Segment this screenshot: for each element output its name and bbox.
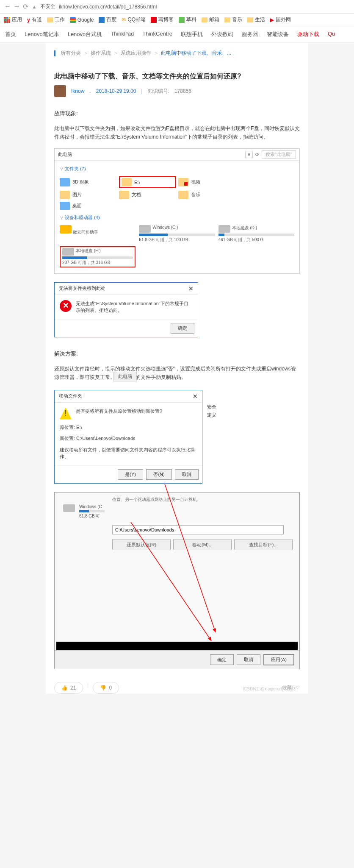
bookmark-bar: 应用 y有道 工作 Google 百度 ✉QQ邮箱 写博客 草料 邮箱 音乐 生…	[0, 14, 354, 26]
move-question: 是否要将所有文件从原位置移动到新位置?	[76, 408, 162, 420]
security-warning-icon: ▲	[32, 4, 37, 10]
tab-security[interactable]: 安全	[205, 403, 219, 411]
drive-e-highlighted[interactable]: 本地磁盘 (E:) 207 GB 可用，共 316 GB	[60, 246, 136, 267]
move-button[interactable]: 移动(M)...	[173, 540, 232, 550]
props-cancel-button[interactable]: 取消	[237, 654, 260, 665]
bm-qqmail[interactable]: ✉QQ邮箱	[122, 16, 146, 23]
solution-label: 解决方案:	[46, 346, 308, 362]
bm-music[interactable]: 音乐	[224, 16, 242, 23]
yes-button[interactable]: 是(Y)	[118, 469, 143, 480]
thumbs-up-icon: 👍	[61, 685, 68, 691]
orig-location: 原位置: E:\	[60, 424, 197, 431]
search-input[interactable]: 搜索"此电脑"	[262, 150, 296, 159]
nav-phone[interactable]: 联想手机	[181, 31, 203, 38]
author-name[interactable]: Iknow	[71, 88, 84, 94]
bm-mail[interactable]: 邮箱	[202, 16, 219, 23]
nav-forward-icon[interactable]: →	[14, 3, 20, 11]
explorer-screenshot: 此电脑 ∨ ⟳ 搜索"此电脑" ∨ 文件夹 (7) 3D 对象 E:\ 视频 图…	[54, 148, 300, 274]
error-ok-button[interactable]: 确定	[171, 323, 194, 334]
nav-server[interactable]: 服务器	[242, 31, 258, 38]
collect-button[interactable]: 收藏: ♡ ICSDN王@xiaqierody01233	[282, 684, 300, 691]
nav-home[interactable]: 首页	[5, 31, 16, 38]
nav-reload-icon[interactable]: ⟳	[23, 3, 28, 11]
nav-back-icon[interactable]: ←	[4, 3, 11, 11]
close-icon[interactable]: ✕	[193, 393, 198, 400]
folder-music[interactable]: 音乐	[178, 191, 235, 199]
bc-sysop[interactable]: 系统应用操作	[121, 50, 151, 57]
heart-icon: ♡	[296, 685, 300, 690]
props-ok-button[interactable]: 确定	[210, 654, 234, 665]
error-dialog: 无法将文件夹移到此处 ✕ ✕ 无法生成"E:\System Volume Inf…	[54, 282, 198, 337]
nav-peripheral[interactable]: 外设数码	[211, 31, 233, 38]
downvote-button[interactable]: 👎0	[93, 682, 119, 694]
article-meta: Iknow . 2018-10-29 19:00 | 知识编号: 178856	[46, 85, 308, 106]
nav-qu[interactable]: Qu	[328, 31, 335, 38]
tab-thispc[interactable]: 此电脑	[113, 372, 137, 381]
bm-cli[interactable]: 草料	[179, 16, 196, 23]
folder-pictures[interactable]: 图片	[60, 191, 116, 199]
url-text[interactable]: iknow.lenovo.com.cn/detail/dc_178856.htm…	[59, 4, 157, 10]
nav-thinkpad[interactable]: ThinkPad	[111, 31, 134, 38]
pc-label: 此电脑	[58, 151, 72, 158]
watermark-text: ICSDN王@xiaqierody01233	[243, 686, 296, 692]
breadcrumb: 所有分类> 操作系统> 系统应用操作> 此电脑中移动了下载、音乐、...	[46, 43, 308, 64]
devices-header[interactable]: ∨ 设备和驱动器 (4)	[60, 213, 294, 223]
article-footer: 👍21 | 👎0 收藏: ♡ ICSDN王@xiaqierody01233	[54, 682, 300, 694]
move-hint: 建议移动所有文件，以便需要访问文件夹内容的程序可以执行此操作。	[60, 446, 197, 460]
new-location: 新位置: C:\Users\Lenovo\Downloads	[60, 435, 197, 442]
no-button-highlighted[interactable]: 否(N)	[146, 469, 171, 480]
folder-e-highlighted[interactable]: E:\	[119, 176, 176, 188]
security-text: 不安全	[40, 3, 55, 10]
folder-docs[interactable]: 文档	[119, 191, 176, 199]
folder-desktop[interactable]: 桌面	[60, 202, 116, 210]
nav-desktop[interactable]: Lenovo台式机	[68, 31, 102, 38]
close-icon[interactable]: ✕	[188, 285, 194, 292]
path-input[interactable]	[112, 525, 284, 534]
site-nav: 首页 Lenovo笔记本 Lenovo台式机 ThinkPad ThinkCen…	[0, 26, 354, 43]
bm-work[interactable]: 工作	[47, 16, 65, 23]
restore-default-button[interactable]: 还原默认值(R)	[112, 540, 171, 550]
article-title: 此电脑中移动了下载、音乐、文档等文件夹的位置后如何还原?	[46, 64, 308, 85]
drive-c[interactable]: Windows (C:) 61.8 GB 可用，共 100 GB	[139, 225, 215, 243]
bm-google[interactable]: Google	[70, 17, 94, 23]
bm-life[interactable]: 生活	[247, 16, 265, 23]
kb-id: 178856	[174, 88, 191, 94]
props-apply-button[interactable]: 应用(A)	[263, 654, 294, 665]
bc-os[interactable]: 操作系统	[91, 50, 111, 57]
nav-smart[interactable]: 智能设备	[267, 31, 289, 38]
error-dialog-title: 无法将文件夹移到此处	[59, 285, 105, 292]
bm-blog[interactable]: 写博客	[151, 16, 174, 23]
bm-baidu[interactable]: 百度	[99, 16, 116, 23]
drive-c-mini[interactable]: Windows (C 61.8 GB 可	[63, 504, 293, 519]
nav-thinkcentre[interactable]: ThinkCentre	[142, 31, 172, 38]
folder-video[interactable]: 视频	[178, 176, 235, 188]
props-desc: 位置、另一个驱动器或网络上的另一台计算机。	[112, 497, 293, 503]
bc-current: 此电脑中移动了下载、音乐、...	[161, 50, 231, 57]
cancel-button[interactable]: 取消	[175, 469, 199, 480]
thumbs-down-icon: 👎	[100, 685, 106, 691]
app-launcher[interactable]: 应用	[4, 16, 22, 23]
browser-url-bar: ← → ⟳ ▲ 不安全 iknow.lenovo.com.cn/detail/d…	[0, 0, 354, 14]
move-dialog-title: 移动文件夹	[59, 393, 82, 400]
nav-laptop[interactable]: Lenovo笔记本	[25, 31, 59, 38]
bm-foreign[interactable]: ▶国外网	[270, 16, 291, 23]
bm-youdao[interactable]: y有道	[27, 16, 42, 23]
author-avatar	[54, 85, 66, 97]
error-icon: ✕	[60, 300, 72, 312]
upvote-button[interactable]: 👍21	[54, 682, 83, 694]
folder-3d[interactable]: 3D 对象	[60, 176, 116, 188]
drive-cloud[interactable]: 微云同步助手	[60, 225, 136, 243]
fault-label: 故障现象:	[46, 106, 308, 122]
folders-header[interactable]: ∨ 文件夹 (7)	[60, 164, 294, 174]
error-msg: 无法生成"E:\System Volume Information"下的常规子目…	[76, 300, 193, 314]
kb-label: 知识编号:	[148, 88, 169, 95]
nav-driver[interactable]: 驱动下载	[297, 31, 319, 38]
tab-custom[interactable]: 定义	[205, 411, 219, 419]
publish-date: 2018-10-29 19:00	[96, 88, 136, 94]
drive-d[interactable]: 本地磁盘 (D:) 461 GB 可用，共 500 G	[218, 225, 294, 243]
fault-text: 此电脑中以下载文件夹为例，如果改动文件位置为E盘根目录，就会在此电脑中出现两个E…	[46, 122, 308, 144]
find-target-button[interactable]: 查找目标(F)...	[234, 540, 293, 550]
warning-icon: !	[60, 408, 72, 420]
bc-all[interactable]: 所有分类	[61, 50, 81, 57]
properties-panel: 位置、另一个驱动器或网络上的另一台计算机。 Windows (C 61.8 GB…	[54, 492, 300, 669]
